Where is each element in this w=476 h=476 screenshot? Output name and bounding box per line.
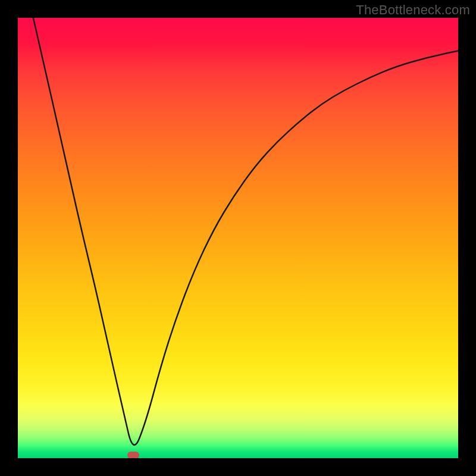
- chart-canvas: TheBottleneck.com: [0, 0, 476, 476]
- bottleneck-curve-path: [33, 18, 458, 445]
- minimum-marker: [127, 452, 139, 458]
- plot-area: [18, 18, 458, 458]
- watermark-text: TheBottleneck.com: [356, 2, 470, 18]
- curve-svg: [18, 18, 458, 458]
